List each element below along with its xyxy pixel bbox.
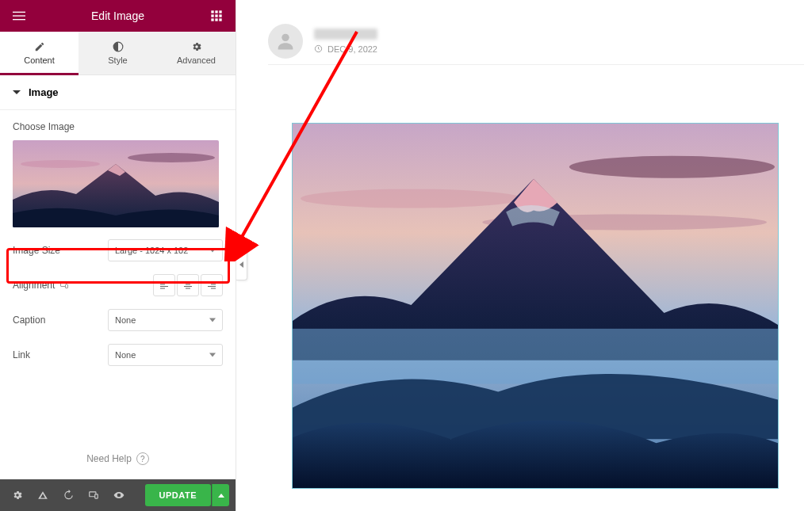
post-meta: DEC 9, 2022 xyxy=(314,29,377,54)
svg-rect-9 xyxy=(211,18,213,21)
choose-image-label: Choose Image xyxy=(13,121,223,132)
help-link[interactable]: Need Help ? xyxy=(0,441,236,479)
svg-rect-21 xyxy=(160,288,165,289)
svg-rect-18 xyxy=(160,282,168,283)
responsive-icon[interactable] xyxy=(59,280,69,290)
align-center-button[interactable] xyxy=(177,274,199,296)
svg-rect-31 xyxy=(95,494,98,498)
section-toggle-image[interactable]: Image xyxy=(0,75,236,110)
alignment-label: Alignment xyxy=(13,280,108,291)
svg-rect-38 xyxy=(293,329,778,384)
apps-button[interactable] xyxy=(205,5,228,27)
post-header: DEC 9, 2022 xyxy=(268,22,804,65)
settings-button[interactable] xyxy=(6,484,29,506)
image-size-select[interactable]: Large - 1024 x 102 xyxy=(108,239,223,261)
svg-point-35 xyxy=(569,156,775,178)
row-link: Link None xyxy=(13,343,223,367)
svg-rect-26 xyxy=(208,282,216,283)
svg-rect-3 xyxy=(211,10,213,13)
tab-content[interactable]: Content xyxy=(0,32,79,74)
svg-point-14 xyxy=(128,153,215,162)
bottom-bar: UPDATE xyxy=(0,479,236,511)
svg-rect-28 xyxy=(208,286,216,287)
tab-label: Style xyxy=(108,55,127,65)
image-size-label: Image Size xyxy=(13,245,108,256)
svg-point-36 xyxy=(301,189,522,208)
panel-title: Edit Image xyxy=(30,10,205,22)
svg-point-15 xyxy=(21,160,100,168)
tab-label: Content xyxy=(24,55,55,65)
menu-button[interactable] xyxy=(8,5,30,27)
select-value: None xyxy=(115,315,136,325)
tab-style[interactable]: Style xyxy=(79,32,157,74)
svg-rect-17 xyxy=(66,284,68,288)
update-options-button[interactable] xyxy=(212,484,229,506)
alignment-group xyxy=(108,274,223,296)
row-image-size: Image Size Large - 1024 x 102 xyxy=(13,238,223,262)
svg-rect-23 xyxy=(186,284,190,285)
svg-rect-20 xyxy=(160,286,168,287)
help-icon: ? xyxy=(136,452,149,465)
svg-rect-11 xyxy=(219,18,221,21)
tab-label: Advanced xyxy=(177,55,216,65)
editor-sidebar: Edit Image Content Style Advanced Image … xyxy=(0,0,236,511)
clock-icon xyxy=(314,44,323,53)
align-left-button[interactable] xyxy=(153,274,175,296)
svg-rect-5 xyxy=(219,10,221,13)
svg-rect-4 xyxy=(215,10,217,13)
history-button[interactable] xyxy=(57,484,79,506)
post-title-placeholder xyxy=(314,29,377,40)
svg-rect-19 xyxy=(160,284,165,285)
svg-point-32 xyxy=(282,33,289,40)
row-caption: Caption None xyxy=(13,308,223,332)
caption-select[interactable]: None xyxy=(108,309,223,331)
svg-rect-22 xyxy=(184,282,192,283)
sidebar-header: Edit Image xyxy=(0,0,236,32)
svg-rect-2 xyxy=(13,19,25,20)
update-button[interactable]: UPDATE xyxy=(145,484,211,506)
navigator-button[interactable] xyxy=(32,484,54,506)
svg-rect-8 xyxy=(219,14,221,17)
post-date: DEC 9, 2022 xyxy=(314,44,377,54)
svg-rect-29 xyxy=(211,288,216,289)
svg-rect-7 xyxy=(215,14,217,17)
svg-rect-27 xyxy=(211,284,216,285)
section-body: Choose Image Image Size Large - 1024 x 1… xyxy=(0,110,236,441)
link-select[interactable]: None xyxy=(108,344,223,366)
select-value: Large - 1024 x 102 xyxy=(115,246,188,255)
tabs: Content Style Advanced xyxy=(0,32,236,75)
svg-rect-10 xyxy=(215,18,217,21)
responsive-button[interactable] xyxy=(82,484,105,506)
caret-down-icon xyxy=(13,90,21,94)
svg-rect-0 xyxy=(13,12,25,13)
select-value: None xyxy=(115,350,136,360)
hero-image[interactable] xyxy=(292,123,779,489)
svg-rect-6 xyxy=(211,14,213,17)
caption-label: Caption xyxy=(13,315,108,326)
author-avatar xyxy=(268,24,303,59)
preview-button[interactable] xyxy=(108,484,130,506)
image-thumbnail[interactable] xyxy=(13,140,219,227)
collapse-sidebar-handle[interactable] xyxy=(236,249,247,280)
svg-rect-24 xyxy=(184,286,192,287)
svg-rect-25 xyxy=(186,288,190,289)
preview-pane: DEC 9, 2022 xyxy=(236,0,812,511)
link-label: Link xyxy=(13,349,108,360)
svg-rect-1 xyxy=(13,15,25,16)
tab-advanced[interactable]: Advanced xyxy=(157,32,236,74)
row-alignment: Alignment xyxy=(13,273,223,297)
section-title: Image xyxy=(29,86,59,98)
align-right-button[interactable] xyxy=(201,274,223,296)
